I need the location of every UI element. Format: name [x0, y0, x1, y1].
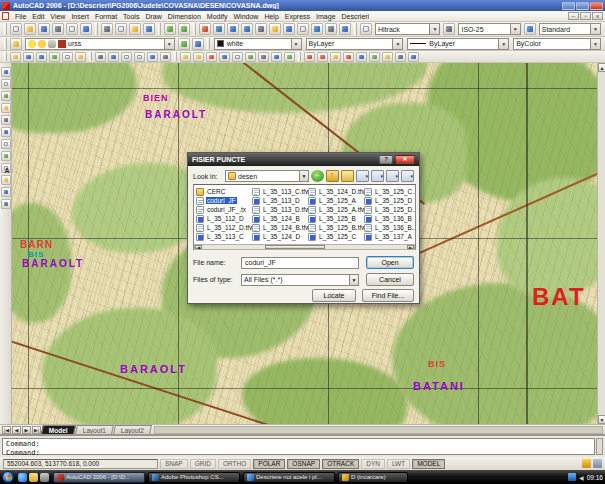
tray-chevron-icon[interactable]: ◀ [579, 474, 584, 481]
taskbar-button-autocad[interactable]: AutoCAD 2006 - [D:\D... [53, 472, 145, 483]
area-icon[interactable] [193, 52, 204, 62]
express-draw-icon[interactable] [369, 52, 380, 62]
file-list-hscrollbar[interactable]: ◀ ▶ [194, 244, 415, 250]
express-modify-icon[interactable] [343, 52, 354, 62]
new-folder-icon[interactable] [341, 170, 354, 182]
matchprop-icon[interactable] [143, 23, 155, 35]
open-icon[interactable] [24, 23, 36, 35]
tools-icon[interactable] [401, 170, 414, 182]
block-editor-icon[interactable] [121, 52, 132, 62]
redo-icon[interactable] [178, 23, 190, 35]
quick-launch-desktop-icon[interactable] [40, 473, 49, 482]
layer-combo[interactable]: urss ▼ [25, 38, 175, 50]
mtext-icon[interactable] [1, 163, 11, 173]
tray-network-icon[interactable] [568, 473, 576, 481]
pan-icon[interactable] [199, 23, 211, 35]
cancel-button[interactable]: Cancel [366, 273, 414, 286]
toggle-osnap[interactable]: OSNAP [287, 459, 320, 469]
back-icon[interactable] [311, 170, 324, 182]
locate-point-icon[interactable] [245, 52, 256, 62]
preview-icon[interactable] [66, 23, 78, 35]
file-item[interactable]: L_35_124_D [252, 232, 308, 241]
command-text[interactable]: Command: Command: [2, 438, 595, 455]
zoom-window-icon[interactable] [227, 23, 239, 35]
taskbar-button-document[interactable]: Descriere noi acele i pl... [243, 472, 335, 483]
menu-window[interactable]: Window [230, 13, 261, 20]
copy-icon[interactable] [115, 23, 127, 35]
zoom-realtime-icon[interactable] [213, 23, 225, 35]
chevron-down-icon[interactable]: ▼ [590, 39, 600, 49]
toggle-polar[interactable]: POLAR [253, 459, 285, 469]
menu-descrieri[interactable]: Descrieri [339, 13, 373, 20]
toolpalettes-icon[interactable] [283, 23, 295, 35]
taskbar-button-drive-d[interactable]: D (incarcare) [338, 472, 408, 483]
child-minimize-button[interactable]: – [568, 12, 579, 20]
chevron-down-icon[interactable]: ▼ [510, 24, 520, 34]
restore-button[interactable] [576, 2, 589, 10]
express-web-icon[interactable] [408, 52, 419, 62]
designcenter-icon[interactable] [269, 23, 281, 35]
dialog-help-icon[interactable]: ? [379, 155, 393, 164]
toggle-snap[interactable]: SNAP [160, 459, 188, 469]
plot-icon[interactable] [52, 23, 64, 35]
file-item[interactable]: L_35_136_B [364, 214, 416, 223]
cut-icon[interactable] [101, 23, 113, 35]
file-item-selected[interactable]: coduri_JF [196, 196, 252, 205]
scroll-down-icon[interactable]: ▼ [598, 415, 605, 424]
status-tray-icon[interactable] [593, 459, 602, 468]
layer-previous-icon[interactable] [192, 38, 204, 50]
image-frame-icon[interactable] [75, 52, 86, 62]
publish-icon[interactable] [80, 23, 92, 35]
distance-icon[interactable] [232, 52, 243, 62]
files-of-type-combo[interactable]: All Files (*.*) ▼ [241, 274, 359, 286]
open-button[interactable]: Open [366, 256, 414, 269]
command-scrollbar[interactable] [596, 438, 603, 455]
menu-help[interactable]: Help [261, 13, 281, 20]
chevron-down-icon[interactable]: ▼ [498, 39, 508, 49]
file-name-input[interactable]: coduri_JF [241, 257, 359, 269]
make-object-layer-current-icon[interactable] [178, 38, 190, 50]
tab-nav-last-icon[interactable]: ▶| [32, 426, 41, 434]
spline-icon[interactable] [1, 199, 11, 209]
menu-format[interactable]: Format [92, 13, 120, 20]
xref-attach-icon[interactable] [108, 52, 119, 62]
circle-icon[interactable] [1, 91, 11, 101]
views-icon[interactable] [356, 170, 369, 182]
toggle-grid[interactable]: GRID [190, 459, 216, 469]
file-item[interactable]: L_35_124_B.tfw [252, 223, 308, 232]
preview-icon[interactable] [386, 170, 399, 182]
scroll-up-icon[interactable]: ▲ [598, 63, 605, 72]
polyline-icon[interactable] [1, 79, 11, 89]
file-item[interactable]: L_35_113_C.tfw [252, 187, 308, 196]
rectangle-icon[interactable] [1, 115, 11, 125]
locate-button[interactable]: Locate [312, 289, 356, 302]
tab-nav-prev-icon[interactable]: ◀ [12, 426, 21, 434]
refsave-icon[interactable] [160, 52, 171, 62]
chevron-down-icon[interactable]: ▼ [291, 39, 301, 49]
hatch-icon[interactable] [1, 127, 11, 137]
tab-layout1[interactable]: Layout1 [75, 425, 114, 434]
chevron-down-icon[interactable]: ▼ [392, 39, 402, 49]
image-adjust-icon[interactable] [36, 52, 47, 62]
tab-layout2[interactable]: Layout2 [113, 425, 152, 434]
file-item[interactable]: CERC [196, 187, 252, 196]
map-vertical-scrollbar[interactable]: ▲ ▼ [597, 63, 605, 424]
linetype-combo[interactable]: ByLayer ▼ [306, 38, 404, 50]
menu-modify[interactable]: Modify [204, 13, 231, 20]
properties-icon[interactable] [255, 23, 267, 35]
refedit-icon[interactable] [134, 52, 145, 62]
qcalc-icon[interactable] [325, 23, 337, 35]
sheetset-icon[interactable] [297, 23, 309, 35]
toggle-lwt[interactable]: LWT [387, 459, 410, 469]
image-clip-icon[interactable] [23, 52, 34, 62]
lineweight-combo[interactable]: ByLayer ▼ [407, 38, 509, 50]
scroll-right-icon[interactable]: ▶ [407, 245, 414, 249]
child-restore-button[interactable]: ▫ [580, 12, 591, 20]
search-icon[interactable] [371, 170, 384, 182]
start-button[interactable] [2, 471, 14, 483]
file-list[interactable]: CERC coduri_JF coduri_JF_.tx L_35_112_D … [193, 184, 416, 250]
express-blocks-icon[interactable] [330, 52, 341, 62]
menu-draw[interactable]: Draw [142, 13, 164, 20]
express-dimension-icon[interactable] [382, 52, 393, 62]
taskbar-button-photoshop[interactable]: Adobe Photoshop CS... [148, 472, 240, 483]
